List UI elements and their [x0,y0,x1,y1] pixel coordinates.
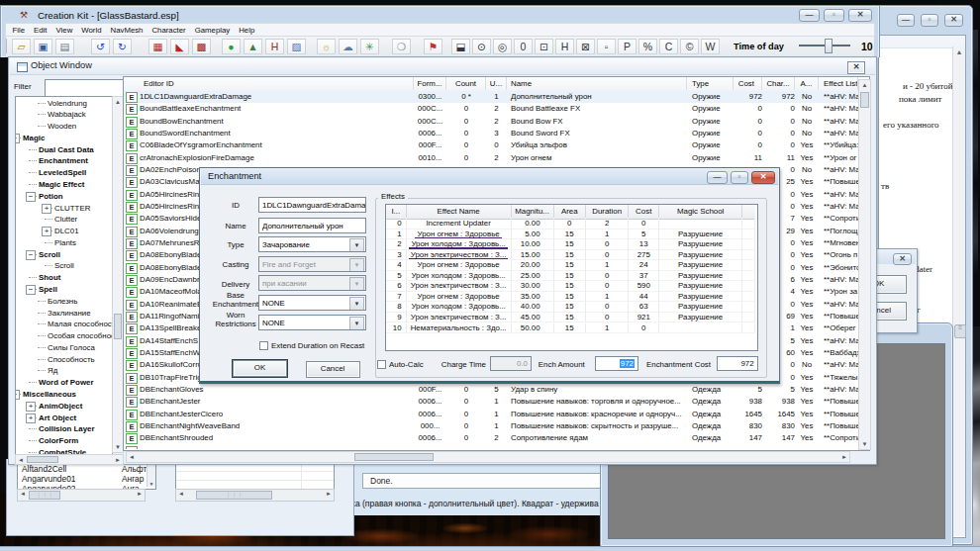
list-hscroll-thumb[interactable] [354,453,434,461]
tree-item[interactable]: − Miscellaneous [23,389,76,401]
menu-item[interactable]: Gameplay [190,26,235,35]
combo-arrow-icon[interactable]: ▼ [349,238,364,252]
effect-row[interactable]: 10 Нематериальность : Здо... 50.00 15 1 … [386,323,754,334]
tree-item[interactable]: Wabbajack [48,109,86,121]
combo-arrow-icon[interactable]: ▼ [349,297,364,311]
list-row[interactable]: E BoundBattleaxeEnchantment 000C... 0 2 … [124,103,858,115]
toolbar-icon[interactable]: ⚑ [424,39,442,54]
toolbar-icon[interactable]: ⊙ [472,39,491,54]
effect-row[interactable]: 5 Урон холодом : Здоровь... 25.00 15 0 3… [386,271,754,282]
ck-minimize-button[interactable]: — [799,9,820,22]
time-of-day-slider-thumb[interactable] [825,39,833,53]
base-enchantment-combo[interactable]: NONE▼ [258,295,366,311]
tree-item[interactable]: Word of Power [39,377,94,389]
tree-item[interactable]: Scroll [54,260,74,272]
auto-calc-checkbox[interactable] [377,360,386,369]
column-form[interactable]: Form... [414,77,446,90]
cell-hscroll-right-icon[interactable]: ► [135,490,145,499]
list-row[interactable]: E DBEnchantShrouded 0006... 0 2 Сопротив… [124,432,858,444]
toolbar-icon[interactable]: P [618,39,637,54]
type-combo[interactable]: Зачарование▼ [258,236,366,252]
tree-scroll-thumb[interactable] [114,314,122,339]
toolbar-icon[interactable]: ☁ [339,39,357,54]
toolbar-icon[interactable]: H [555,39,574,54]
toolbar-icon[interactable]: ▤ [55,39,74,54]
cell-row[interactable]: Alftand2CellАльфт [22,464,66,474]
tree-item[interactable]: Малая способность [48,319,113,330]
toolbar-icon[interactable]: 0 [514,39,533,54]
toolbar-icon[interactable]: ⬓ [451,39,470,54]
tree-scroll-up-icon[interactable]: ▲ [113,97,123,107]
column-autocalc[interactable]: A... [795,77,819,90]
cell-detail-hscroll-left-icon[interactable]: ◄ [176,490,186,499]
list-row[interactable]: E [124,445,858,449]
cell-list-scrollbar[interactable]: ▼ [147,463,155,487]
doc-scroll-thumb[interactable]: ≡ [954,324,966,338]
small-dialog-close-button[interactable]: ✕ [893,253,912,265]
tree-item[interactable]: Способность [48,354,95,366]
toolbar-icon[interactable]: C [659,39,678,54]
menu-item[interactable]: World [77,26,106,35]
toolbar-icon[interactable]: ▦ [148,39,167,54]
fx-column-magnitude[interactable]: Magnitu... [512,205,554,218]
list-row[interactable]: E DBEnchantJester 0006... 0 1 Повышение … [124,396,858,408]
fx-column-index[interactable]: I... [386,205,407,218]
tree-item[interactable]: Яд [48,365,57,377]
effect-row[interactable]: 0 Increment Updater 0.00 0 2 0 [386,219,754,230]
list-row[interactable]: E DBEnchantNightWeaveBand 000... 0 1 Пов… [124,420,858,432]
toolbar-icon[interactable]: H [265,39,284,54]
fx-column-cost[interactable]: Cost [629,205,659,218]
cancel-button[interactable]: Cancel [306,361,360,378]
dialog-close-button[interactable]: ✕ [751,171,775,184]
toolbar-icon[interactable]: ● [222,39,241,54]
effect-row[interactable]: 8 Урон холодом : Здоровь... 40.00 15 0 6… [386,302,754,313]
ench-amount-field[interactable]: 972 [595,356,638,371]
toolbar-icon[interactable]: ▣ [34,39,52,54]
name-field[interactable]: Дополнительный урон [258,218,366,233]
cell-detail-hscroll[interactable]: ◄ ⋮⋮⋮ ► [175,489,335,502]
cell-list[interactable]: Alftand2CellАльфт Angarvunde01Ангар Anga… [17,462,156,490]
dialog-minimize-button[interactable]: — [707,171,728,184]
list-row[interactable]: E DBEnchantJesterCicero 0006... 0 1 Повы… [124,409,858,420]
menu-item[interactable]: Help [235,26,259,35]
enchantment-titlebar[interactable]: Enchantment [201,169,778,185]
fx-column-duration[interactable]: Duration [586,205,630,218]
enchantment-cost-field[interactable]: 972 [717,356,758,371]
list-row[interactable]: E DBEnchantGloves 000F... 0 5 Удар в спи… [124,384,858,396]
column-count[interactable]: Count [446,77,486,90]
toolbar-icon[interactable]: % [638,39,657,54]
tree-hscroll-thumb[interactable] [27,456,58,463]
tree-expand-icon[interactable]: − [15,134,20,143]
column-type[interactable]: Type [687,77,734,90]
tree-item[interactable]: ColorForm [39,435,78,447]
tree-item[interactable]: Shout [39,272,60,284]
effect-row[interactable]: 2 Урон холодом : Здоровь... 10.00 15 0 1… [386,239,754,250]
tree-item[interactable]: Volendrung [48,98,87,110]
tree-item[interactable]: + Art Object [39,413,76,424]
toolbar-icon[interactable]: ◣ [170,39,189,54]
list-scroll-thumb[interactable] [860,92,869,108]
extend-duration-checkbox[interactable] [259,341,268,350]
toolbar-icon[interactable]: © [680,39,699,54]
object-window-close-button[interactable]: ✕ [847,61,865,74]
tree-item[interactable]: + AnimObject [39,401,82,413]
cell-detail-hscroll-thumb[interactable]: ⋮⋮⋮ [196,491,272,500]
tree-item[interactable]: Dual Cast Data [39,144,94,156]
toolbar-icon[interactable]: ▫ [597,39,616,54]
effect-row[interactable]: 9 Урон электричеством : З... 45.00 15 0 … [386,313,754,323]
toolbar-icon[interactable]: ☼ [317,39,336,54]
tree-item[interactable]: − Magic [23,133,45,144]
ck-titlebar[interactable]: ⚒ Creation Kit - [GlassBastard.esp] [5,8,875,24]
tree-expand-icon[interactable]: + [42,227,51,236]
toolbar-icon[interactable]: ⊡ [535,39,553,54]
tree-expand-icon[interactable]: + [26,413,36,423]
toolbar-icon[interactable]: ✳ [360,39,379,54]
cell-scroll-down-icon[interactable]: ▼ [147,481,155,487]
doc-scrollbar[interactable]: ▲ ≡ [952,46,965,536]
column-editor-id[interactable]: Editor ID [124,77,414,90]
list-row[interactable]: E crAtronachExplosionFireDamage 0010... … [124,152,858,164]
list-scroll-down-icon[interactable]: ▼ [859,439,870,449]
toolbar-icon[interactable]: ▱ [12,39,31,54]
list-row[interactable]: E 1DLC1DawnguardExtraDamage 0300... 0 * … [124,91,858,103]
tree-item[interactable]: Wooden [48,121,76,133]
